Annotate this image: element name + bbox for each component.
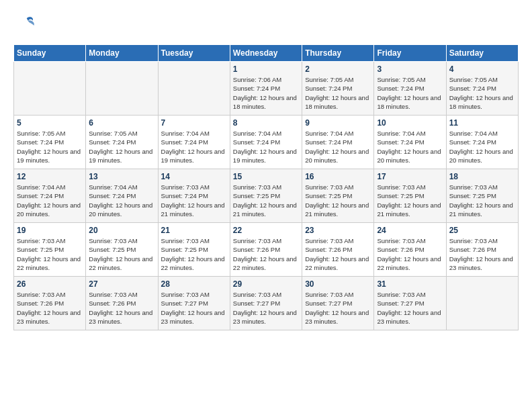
day-info: Sunrise: 7:03 AM Sunset: 7:26 PM Dayligh… [89,290,154,326]
day-number: 1 [233,64,299,74]
day-number: 21 [161,226,227,235]
day-info: Sunrise: 7:03 AM Sunset: 7:27 PM Dayligh… [305,290,371,326]
day-number: 23 [305,226,371,235]
calendar-cell [86,62,158,116]
header-friday: Friday [374,45,446,62]
day-number: 18 [449,172,515,181]
day-info: Sunrise: 7:03 AM Sunset: 7:25 PM Dayligh… [17,236,83,272]
day-info: Sunrise: 7:03 AM Sunset: 7:27 PM Dayligh… [161,290,227,326]
calendar-cell: 5Sunrise: 7:05 AM Sunset: 7:24 PM Daylig… [14,116,86,169]
day-number: 19 [17,226,83,235]
day-info: Sunrise: 7:05 AM Sunset: 7:24 PM Dayligh… [377,75,443,111]
calendar-cell: 26Sunrise: 7:03 AM Sunset: 7:26 PM Dayli… [14,277,86,330]
day-info: Sunrise: 7:04 AM Sunset: 7:24 PM Dayligh… [161,129,227,165]
logo [13,13,40,38]
day-number: 17 [377,172,443,181]
day-info: Sunrise: 7:03 AM Sunset: 7:26 PM Dayligh… [377,236,443,272]
day-number: 12 [17,172,83,181]
calendar-cell [158,62,230,116]
calendar-cell: 1Sunrise: 7:06 AM Sunset: 7:24 PM Daylig… [230,62,302,116]
day-info: Sunrise: 7:03 AM Sunset: 7:26 PM Dayligh… [17,290,83,326]
day-number: 15 [233,172,299,181]
calendar-week-5: 26Sunrise: 7:03 AM Sunset: 7:26 PM Dayli… [14,277,519,330]
calendar-week-1: 1Sunrise: 7:06 AM Sunset: 7:24 PM Daylig… [14,62,519,116]
calendar-cell: 3Sunrise: 7:05 AM Sunset: 7:24 PM Daylig… [374,62,446,116]
day-info: Sunrise: 7:04 AM Sunset: 7:24 PM Dayligh… [89,183,154,218]
calendar-table: SundayMondayTuesdayWednesdayThursdayFrid… [13,44,519,330]
calendar-cell: 16Sunrise: 7:03 AM Sunset: 7:25 PM Dayli… [302,169,374,223]
day-number: 30 [305,279,371,289]
calendar-cell: 17Sunrise: 7:03 AM Sunset: 7:25 PM Dayli… [374,169,446,223]
day-info: Sunrise: 7:05 AM Sunset: 7:24 PM Dayligh… [17,129,83,165]
calendar-cell [14,62,86,116]
day-info: Sunrise: 7:04 AM Sunset: 7:24 PM Dayligh… [377,129,443,165]
calendar-cell: 14Sunrise: 7:03 AM Sunset: 7:24 PM Dayli… [158,169,230,223]
calendar-cell: 13Sunrise: 7:04 AM Sunset: 7:24 PM Dayli… [86,169,158,223]
calendar-cell: 15Sunrise: 7:03 AM Sunset: 7:25 PM Dayli… [230,169,302,223]
calendar-cell: 10Sunrise: 7:04 AM Sunset: 7:24 PM Dayli… [374,116,446,169]
calendar-cell: 8Sunrise: 7:04 AM Sunset: 7:24 PM Daylig… [230,116,302,169]
calendar-cell: 4Sunrise: 7:05 AM Sunset: 7:24 PM Daylig… [446,62,518,116]
day-number: 22 [233,226,299,235]
day-number: 5 [17,118,83,128]
day-info: Sunrise: 7:03 AM Sunset: 7:26 PM Dayligh… [449,236,515,272]
day-info: Sunrise: 7:03 AM Sunset: 7:25 PM Dayligh… [161,236,227,272]
day-number: 20 [89,226,154,235]
calendar-cell: 25Sunrise: 7:03 AM Sunset: 7:26 PM Dayli… [446,223,518,277]
day-info: Sunrise: 7:05 AM Sunset: 7:24 PM Dayligh… [449,75,515,111]
day-info: Sunrise: 7:04 AM Sunset: 7:24 PM Dayligh… [17,183,83,218]
calendar-cell: 23Sunrise: 7:03 AM Sunset: 7:26 PM Dayli… [302,223,374,277]
day-info: Sunrise: 7:03 AM Sunset: 7:26 PM Dayligh… [305,236,371,272]
day-number: 28 [161,279,227,289]
calendar-cell: 24Sunrise: 7:03 AM Sunset: 7:26 PM Dayli… [374,223,446,277]
day-number: 14 [161,172,227,181]
day-number: 4 [449,64,515,74]
day-number: 11 [449,118,515,128]
day-number: 26 [17,279,83,289]
calendar-cell: 11Sunrise: 7:04 AM Sunset: 7:24 PM Dayli… [446,116,518,169]
day-number: 29 [233,279,299,289]
day-info: Sunrise: 7:05 AM Sunset: 7:24 PM Dayligh… [305,75,371,111]
day-number: 8 [233,118,299,128]
day-info: Sunrise: 7:03 AM Sunset: 7:25 PM Dayligh… [377,183,443,218]
day-number: 16 [305,172,371,181]
day-number: 6 [89,118,154,128]
header-tuesday: Tuesday [158,45,230,62]
header-sunday: Sunday [14,45,86,62]
day-number: 3 [377,64,443,74]
calendar-cell: 31Sunrise: 7:03 AM Sunset: 7:27 PM Dayli… [374,277,446,330]
calendar-cell: 7Sunrise: 7:04 AM Sunset: 7:24 PM Daylig… [158,116,230,169]
header-thursday: Thursday [302,45,374,62]
day-info: Sunrise: 7:03 AM Sunset: 7:26 PM Dayligh… [233,236,299,272]
day-info: Sunrise: 7:04 AM Sunset: 7:24 PM Dayligh… [449,129,515,165]
calendar-cell: 20Sunrise: 7:03 AM Sunset: 7:25 PM Dayli… [86,223,158,277]
calendar-cell: 6Sunrise: 7:05 AM Sunset: 7:24 PM Daylig… [86,116,158,169]
day-info: Sunrise: 7:03 AM Sunset: 7:27 PM Dayligh… [233,290,299,326]
calendar-cell: 22Sunrise: 7:03 AM Sunset: 7:26 PM Dayli… [230,223,302,277]
day-number: 13 [89,172,154,181]
day-info: Sunrise: 7:05 AM Sunset: 7:24 PM Dayligh… [89,129,154,165]
calendar-cell: 18Sunrise: 7:03 AM Sunset: 7:25 PM Dayli… [446,169,518,223]
page-header [13,13,519,38]
day-number: 31 [377,279,443,289]
calendar-cell [446,277,518,330]
calendar-week-3: 12Sunrise: 7:04 AM Sunset: 7:24 PM Dayli… [14,169,519,223]
day-number: 27 [89,279,154,289]
day-number: 2 [305,64,371,74]
header-monday: Monday [86,45,158,62]
day-info: Sunrise: 7:03 AM Sunset: 7:27 PM Dayligh… [377,290,443,326]
day-number: 9 [305,118,371,128]
calendar-cell: 19Sunrise: 7:03 AM Sunset: 7:25 PM Dayli… [14,223,86,277]
calendar-cell: 27Sunrise: 7:03 AM Sunset: 7:26 PM Dayli… [86,277,158,330]
day-info: Sunrise: 7:03 AM Sunset: 7:24 PM Dayligh… [161,183,227,218]
logo-icon [13,13,38,38]
day-info: Sunrise: 7:04 AM Sunset: 7:24 PM Dayligh… [233,129,299,165]
calendar-cell: 2Sunrise: 7:05 AM Sunset: 7:24 PM Daylig… [302,62,374,116]
header-saturday: Saturday [446,45,518,62]
calendar-cell: 30Sunrise: 7:03 AM Sunset: 7:27 PM Dayli… [302,277,374,330]
calendar-cell: 12Sunrise: 7:04 AM Sunset: 7:24 PM Dayli… [14,169,86,223]
day-info: Sunrise: 7:03 AM Sunset: 7:25 PM Dayligh… [89,236,154,272]
day-info: Sunrise: 7:04 AM Sunset: 7:24 PM Dayligh… [305,129,371,165]
calendar-cell: 29Sunrise: 7:03 AM Sunset: 7:27 PM Dayli… [230,277,302,330]
day-number: 7 [161,118,227,128]
